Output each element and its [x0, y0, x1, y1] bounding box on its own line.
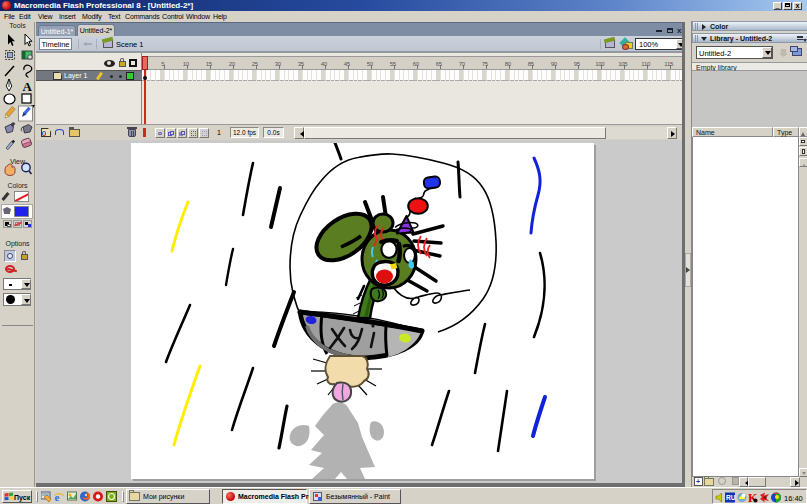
- svg-text:e: e: [55, 491, 60, 503]
- svg-text:RU: RU: [726, 494, 736, 501]
- svg-text:A: A: [23, 79, 33, 94]
